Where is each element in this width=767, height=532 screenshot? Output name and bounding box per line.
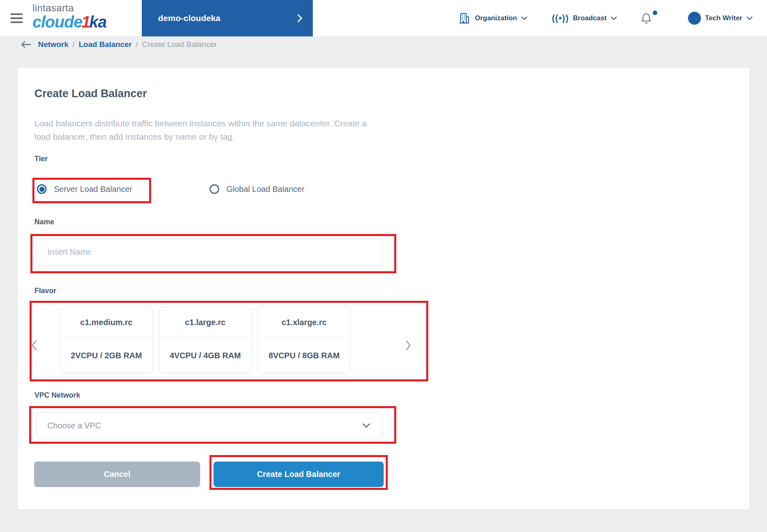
broadcast-icon: ((•)) <box>552 13 569 23</box>
app-root: lintasarta cloude1ka demo-cloudeka Organ… <box>0 0 767 532</box>
notification-dot <box>653 11 657 15</box>
flavor-spec: 2VCPU / 2GB RAM <box>60 338 152 373</box>
flavor-label: Flavor <box>34 287 56 295</box>
flavor-card-c1-xlarge[interactable]: c1.xlarge.rc 8VCPU / 8GB RAM <box>258 306 350 373</box>
radio-server-label: Server Load Balancer <box>54 185 132 194</box>
vpc-select[interactable]: Choose a VPC <box>36 412 383 439</box>
name-label: Name <box>34 218 54 226</box>
vpc-select-placeholder: Choose a VPC <box>47 421 101 430</box>
brand-logo: lintasarta cloude1ka <box>32 3 107 30</box>
flavor-spec: 8VCPU / 8GB RAM <box>258 338 350 373</box>
chevron-down-icon <box>362 423 370 428</box>
carousel-next-button[interactable] <box>405 339 413 351</box>
flavor-name: c1.xlarge.rc <box>258 307 350 338</box>
chevron-down-icon <box>746 16 753 20</box>
arrow-left-icon <box>20 40 32 49</box>
breadcrumb: Network / Load Balancer / Create Load Ba… <box>38 40 217 49</box>
page-title: Create Load Balancer <box>34 87 147 100</box>
brand-logo-wordmark: cloude1ka <box>32 14 107 30</box>
broadcast-menu[interactable]: ((•)) Broadcast <box>552 0 617 36</box>
broadcast-label: Broadcast <box>573 14 607 22</box>
user-menu[interactable]: Tech Writer <box>688 0 753 36</box>
organization-building-icon <box>459 12 471 25</box>
breadcrumb-separator: / <box>136 40 138 49</box>
carousel-prev-button[interactable] <box>31 339 39 351</box>
radio-server-load-balancer[interactable]: Server Load Balancer <box>37 184 132 194</box>
breadcrumb-load-balancer[interactable]: Load Balancer <box>79 40 132 49</box>
hamburger-menu-icon[interactable] <box>11 13 23 23</box>
project-name: demo-cloudeka <box>158 13 220 23</box>
tier-label: Tier <box>34 155 48 163</box>
flavor-spec: 4VCPU / 4GB RAM <box>159 338 251 373</box>
flavor-name: c1.large.rc <box>159 307 251 338</box>
flavor-name: c1.medium.rc <box>60 307 152 338</box>
radio-unselected-icon[interactable] <box>209 184 219 194</box>
cancel-button[interactable]: Cancel <box>34 462 200 487</box>
user-name: Tech Writer <box>705 14 742 22</box>
name-input[interactable] <box>36 238 383 266</box>
radio-selected-icon[interactable] <box>37 184 47 194</box>
page-description: Load balancers distribute traffic betwee… <box>34 117 371 143</box>
breadcrumb-current: Create Load Balancer <box>142 40 217 49</box>
project-switcher[interactable]: demo-cloudeka <box>142 0 313 36</box>
vpc-network-label: VPC Network <box>34 391 80 400</box>
chevron-down-icon <box>611 16 617 20</box>
breadcrumb-bar: Network / Load Balancer / Create Load Ba… <box>0 36 767 53</box>
brand-logo-top-text: lintasarta <box>32 3 107 13</box>
radio-global-label: Global Load Balancer <box>226 185 304 194</box>
top-header: lintasarta cloude1ka demo-cloudeka Organ… <box>0 0 767 36</box>
chevron-left-icon <box>31 340 37 351</box>
flavor-card-c1-large[interactable]: c1.large.rc 4VCPU / 4GB RAM <box>159 306 252 373</box>
organization-label: Organization <box>475 14 517 22</box>
radio-global-load-balancer[interactable]: Global Load Balancer <box>209 184 304 194</box>
chevron-down-icon <box>521 16 528 20</box>
chevron-right-icon <box>297 14 302 22</box>
user-avatar <box>688 12 701 25</box>
chevron-right-icon <box>405 340 412 351</box>
create-load-balancer-button[interactable]: Create Load Balancer <box>214 462 384 487</box>
breadcrumb-network[interactable]: Network <box>38 40 68 49</box>
notifications-button[interactable] <box>640 11 660 26</box>
flavor-card-c1-medium[interactable]: c1.medium.rc 2VCPU / 2GB RAM <box>60 306 153 373</box>
breadcrumb-separator: / <box>73 40 75 49</box>
bell-icon <box>640 11 652 25</box>
back-button[interactable] <box>20 40 32 49</box>
organization-menu[interactable]: Organization <box>459 0 528 36</box>
